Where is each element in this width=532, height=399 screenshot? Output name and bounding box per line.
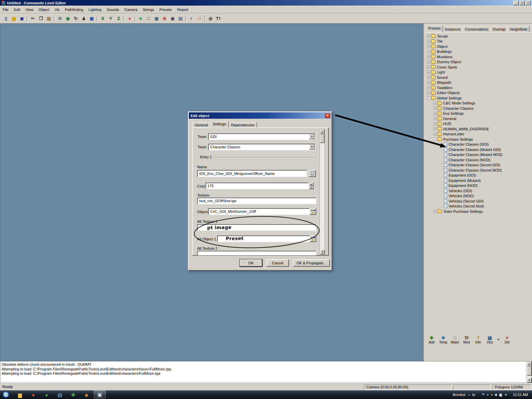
tree-item[interactable]: + Team Purchase Settings: [426, 209, 532, 214]
expand-toggle[interactable]: +: [427, 35, 430, 38]
tree-item[interactable]: + Terrain: [426, 34, 532, 39]
tree-item[interactable]: + HumanLoiter: [426, 132, 532, 137]
expand-toggle[interactable]: +: [434, 102, 437, 105]
tree-item[interactable]: + Object: [426, 44, 532, 49]
menu-item[interactable]: Edit: [11, 6, 23, 13]
expand-toggle[interactable]: +: [434, 122, 437, 125]
log-scrollbar[interactable]: ▲ ▼: [526, 361, 532, 383]
tree-item[interactable]: - Global Settings: [426, 95, 532, 101]
menu-item[interactable]: View: [23, 6, 36, 13]
tree-item[interactable]: Character Classes (GDI): [426, 142, 532, 147]
camera-icon[interactable]: ◉: [169, 15, 177, 22]
tree-item[interactable]: Character Classes (Mutant NOD): [426, 152, 532, 158]
taskbar-browser-icon[interactable]: ●: [27, 390, 39, 399]
light-drop-icon[interactable]: ♦: [126, 15, 134, 22]
camera-settings-icon[interactable]: ⚙: [56, 15, 64, 22]
tree-item[interactable]: + Waypath: [426, 80, 532, 85]
menu-item[interactable]: Strings: [140, 6, 157, 13]
object-picker-button[interactable]: [310, 208, 316, 215]
tree-item[interactable]: + Twiddlers: [426, 85, 532, 90]
tree-item[interactable]: + Tile: [426, 39, 532, 44]
tray-volume-icon[interactable]: ◄: [504, 393, 507, 396]
cancel-button[interactable]: Cancel: [266, 259, 289, 267]
spin-up-icon[interactable]: ▲: [309, 183, 314, 186]
tray-chat-icon[interactable]: ●: [487, 393, 489, 396]
copy-icon[interactable]: ❐: [37, 15, 45, 22]
taskbar-explorer-icon[interactable]: ▆: [14, 390, 26, 399]
menu-item[interactable]: Presets: [157, 6, 175, 13]
tree-item[interactable]: + General: [426, 116, 532, 121]
tree-item[interactable]: + Dummy Object: [426, 60, 532, 65]
alt-object1-picker-button[interactable]: [310, 235, 316, 242]
scrollbar-thumb[interactable]: [527, 366, 532, 376]
close-button[interactable]: ×: [525, 1, 531, 5]
vis-window-icon[interactable]: ◎: [206, 15, 214, 22]
taskbar-document-icon[interactable]: ▤: [54, 390, 66, 399]
expand-toggle[interactable]: +: [434, 210, 437, 213]
expand-toggle[interactable]: +: [427, 66, 430, 68]
expand-toggle[interactable]: +: [427, 76, 430, 79]
titlebar[interactable]: Untitled - Commando Level Editor _□×: [0, 0, 532, 6]
name-field[interactable]: IDS_Enc_Char_GDI_MinigunnerOfficer_Name: [197, 170, 307, 177]
expand-toggle[interactable]: +: [434, 107, 437, 110]
vis-sector-icon[interactable]: ∷: [196, 15, 203, 22]
menu-item[interactable]: Report: [175, 6, 191, 13]
tray-update-icon[interactable]: ●: [491, 393, 493, 396]
menu-item[interactable]: Object: [36, 6, 52, 13]
tree-item[interactable]: + HUMAN_ANIM_OVERRIDE: [426, 126, 532, 132]
text-tool-icon[interactable]: T†: [214, 15, 222, 22]
maximize-button[interactable]: □: [519, 1, 525, 5]
walk-mode-icon[interactable]: ♟: [80, 15, 88, 22]
new-file-icon[interactable]: ▯: [2, 15, 10, 22]
make-button[interactable]: ∷ Make: [450, 335, 460, 344]
minimize-button[interactable]: _: [513, 1, 519, 5]
alt-texture2-field[interactable]: [197, 251, 316, 255]
save-file-icon[interactable]: ◼: [18, 15, 26, 22]
taskbar-leveledit-icon[interactable]: ▣: [94, 390, 106, 398]
panel-tab[interactable]: Presets: [426, 25, 443, 32]
tree-item[interactable]: + Character Classes: [426, 106, 532, 111]
tree-item[interactable]: + C&C Mode Settings: [426, 101, 532, 106]
menu-item[interactable]: Lighting: [86, 6, 104, 13]
wire-box-icon[interactable]: □: [145, 15, 153, 22]
expand-toggle[interactable]: +: [427, 50, 430, 53]
tree-item[interactable]: + Editor Objects: [426, 90, 532, 96]
tree-item[interactable]: + Cover Spots: [426, 65, 532, 70]
spin-down-icon[interactable]: ▼: [309, 186, 314, 189]
paste-icon[interactable]: ▤: [45, 15, 53, 22]
tree-item[interactable]: + HUD: [426, 121, 532, 127]
taskbar-tools-icon[interactable]: ✚: [67, 390, 79, 399]
tree-item[interactable]: + Sound: [426, 75, 532, 80]
tree-item[interactable]: + Light: [426, 70, 532, 75]
no-collision-icon[interactable]: ⊘: [161, 15, 169, 22]
del-button[interactable]: × Del: [502, 335, 512, 344]
team2-combobox[interactable]: Character Classes ▼: [208, 144, 315, 150]
expand-toggle[interactable]: +: [427, 61, 430, 64]
tray-brenbot-label[interactable]: Brenbot: [453, 393, 466, 397]
team1-combobox[interactable]: GDI ▼: [208, 133, 315, 140]
scroll-down-icon[interactable]: ▼: [320, 249, 325, 254]
expand-toggle[interactable]: -: [427, 96, 430, 99]
tree-item[interactable]: + Munitions: [426, 54, 532, 60]
taskbar-clock[interactable]: 11:51 AM: [513, 393, 528, 397]
expand-toggle[interactable]: +: [427, 81, 430, 84]
ok-propagate-button[interactable]: OK & Propagate...: [293, 259, 330, 267]
axis-x-icon[interactable]: X: [99, 15, 107, 22]
tree-item[interactable]: Character Classes (Mutant GDI): [426, 147, 532, 152]
expand-toggle[interactable]: +: [427, 86, 430, 89]
expand-toggle[interactable]: +: [427, 40, 430, 43]
mod-button[interactable]: ⚒ Mod: [462, 335, 471, 344]
tree-item[interactable]: Character Classes (NOD): [426, 157, 532, 163]
ok-button[interactable]: OK: [240, 259, 262, 267]
tree-item[interactable]: Equipment (NOD): [426, 183, 532, 189]
panel-tab[interactable]: Conversations: [463, 26, 490, 33]
expand-toggle[interactable]: +: [434, 117, 437, 120]
dialog-close-button[interactable]: ×: [325, 113, 330, 118]
tree-item[interactable]: Vehicles (GDI): [426, 188, 532, 194]
scroll-up-icon[interactable]: ▲: [527, 361, 532, 366]
menu-item[interactable]: Camera: [122, 6, 140, 13]
menu-item[interactable]: Vis: [52, 6, 62, 13]
scrollbar-thumb[interactable]: [320, 134, 325, 143]
scroll-down-icon[interactable]: ▼: [527, 378, 532, 383]
dialog-tab[interactable]: Settings: [210, 121, 229, 128]
